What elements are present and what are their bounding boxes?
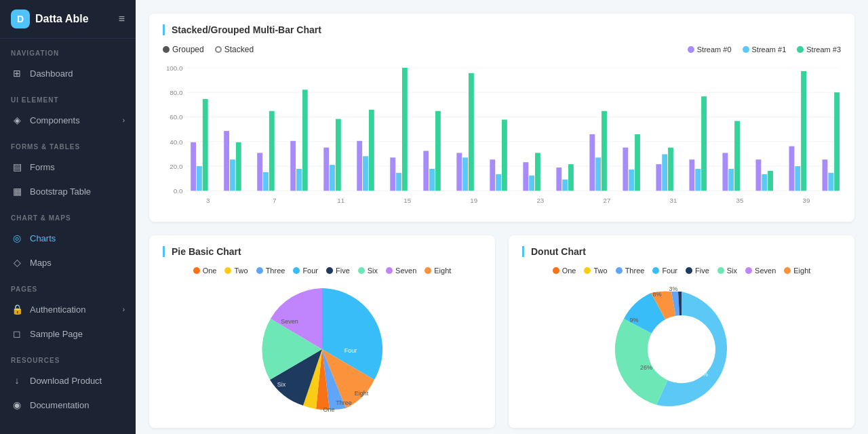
svg-rect-62 [734,121,740,191]
pie-chart-wrap: One Two Three Four [163,267,481,417]
sidebar-item-bootstrap-table[interactable]: ▦ Bootstrap Table [0,179,136,203]
hamburger-icon[interactable]: ≡ [119,13,125,25]
stream0-dot [688,46,694,53]
svg-rect-64 [762,174,767,191]
stream3-label: Stream #3 [806,45,841,54]
radio-filled [163,46,170,53]
chevron-icon: › [123,117,125,124]
bar-chart-svg: 100.0 80.0 60.0 40.0 20.0 0.0 [163,60,841,209]
pie-legend-five: Five [326,267,350,275]
svg-rect-52 [629,170,634,191]
sidebar-item-authentication[interactable]: 🔒 Authentication › [0,297,136,321]
donut-chart-title: Donut Chart [522,246,841,257]
svg-rect-43 [529,176,534,191]
pie-color-four [293,267,300,274]
donut-legend-six: Six [717,267,737,275]
svg-rect-42 [523,162,528,191]
maps-icon: ◇ [11,257,23,268]
donut-color-three [616,267,623,274]
svg-text:27: 27 [603,197,610,204]
donut-color-eight [784,267,791,274]
donut-chart-wrap: One Two Three Four [522,267,841,417]
sidebar-item-maps[interactable]: ◇ Maps [0,250,136,275]
main-content: Stacked/Grouped Multi-Bar Chart Grouped … [136,0,868,434]
svg-rect-67 [795,166,800,191]
svg-rect-32 [402,68,408,191]
stacked-radio[interactable]: Stacked [215,45,254,54]
pie-legend-eight: Eight [425,267,451,275]
donut-color-two [584,267,591,274]
pie-color-five [326,267,333,274]
svg-rect-54 [656,164,661,191]
svg-text:80.0: 80.0 [170,89,183,96]
bar-chart-svg-wrap: 100.0 80.0 60.0 40.0 20.0 0.0 [163,60,841,211]
pie-chart-title: Pie Basic Chart [163,246,481,257]
pie-legend-two: Two [224,267,248,275]
svg-rect-37 [462,157,468,191]
svg-rect-61 [728,169,734,191]
sidebar-item-label: Dashboard [30,68,73,79]
sidebar-item-label: Forms [30,162,55,172]
svg-text:Seven: Seven [281,318,298,325]
pie-legend-six: Six [358,267,378,275]
sidebar-item-charts[interactable]: ◎ Charts [0,226,136,250]
svg-rect-60 [722,153,728,191]
donut-chart-card: Donut Chart One Two Three [509,235,854,428]
svg-rect-22 [296,169,302,191]
svg-rect-26 [336,119,341,191]
app-name: Datta Able [35,13,89,25]
resources-section-label: RESOURCES [0,346,136,368]
svg-rect-21 [290,141,296,191]
pie-svg: Four Eight Three One Six Seven [241,281,403,417]
svg-rect-63 [756,159,762,191]
sidebar-item-label: Charts [30,233,56,243]
svg-rect-15 [224,131,229,191]
donut-label-two: Two [593,267,607,275]
pie-label-one: One [203,267,217,275]
donut-label-one: One [562,267,576,275]
svg-rect-19 [263,172,269,191]
svg-rect-31 [396,173,401,191]
sidebar-item-forms[interactable]: ▤ Forms [0,155,136,179]
svg-rect-51 [623,148,628,191]
sidebar-item-dashboard[interactable]: ⊞ Dashboard [0,61,136,85]
donut-legend-eight: Eight [784,267,810,275]
svg-text:Four: Four [344,347,357,354]
svg-rect-66 [789,146,795,191]
donut-legend-seven: Seven [745,267,776,275]
donut-label-five: Five [695,267,709,275]
bottom-charts-row: Pie Basic Chart One Two Three [149,235,854,434]
chart-section-label: CHART & MAPS [0,203,136,226]
sidebar-item-download[interactable]: ↓ Download Product [0,368,136,393]
pie-label-two: Two [234,267,248,275]
svg-rect-59 [701,96,707,191]
svg-rect-48 [589,134,595,191]
sidebar-item-documentation[interactable]: ◉ Documentation [0,393,136,417]
svg-rect-44 [535,153,540,191]
pie-label-eight: Eight [434,267,451,275]
svg-text:7: 7 [273,197,276,204]
bar-chart-controls: Grouped Stacked Stream #0 Stream #1 Stre… [163,45,841,54]
pie-color-six [358,267,365,274]
svg-text:31: 31 [669,197,677,204]
svg-text:0.0: 0.0 [174,187,183,195]
svg-text:3%: 3% [669,285,677,292]
pie-label-seven: Seven [395,267,416,275]
pie-label-four: Four [302,267,318,275]
pie-legend-seven: Seven [386,267,416,275]
sidebar-item-components[interactable]: ◈ Components › [0,108,136,132]
stacked-label: Stacked [224,45,254,54]
svg-rect-41 [502,119,507,191]
svg-text:35: 35 [736,197,744,204]
svg-text:39: 39 [803,197,810,204]
svg-rect-53 [635,134,640,191]
pie-color-two [224,267,231,274]
sidebar-item-label: Bootstrap Table [30,186,91,197]
donut-color-four [652,267,659,274]
svg-text:Six: Six [277,381,286,388]
grouped-radio[interactable]: Grouped [163,45,204,54]
svg-text:8%: 8% [652,291,661,298]
svg-text:40.0: 40.0 [170,138,183,146]
sidebar-item-sample-page[interactable]: ◻ Sample Page [0,321,136,346]
download-icon: ↓ [11,375,23,386]
